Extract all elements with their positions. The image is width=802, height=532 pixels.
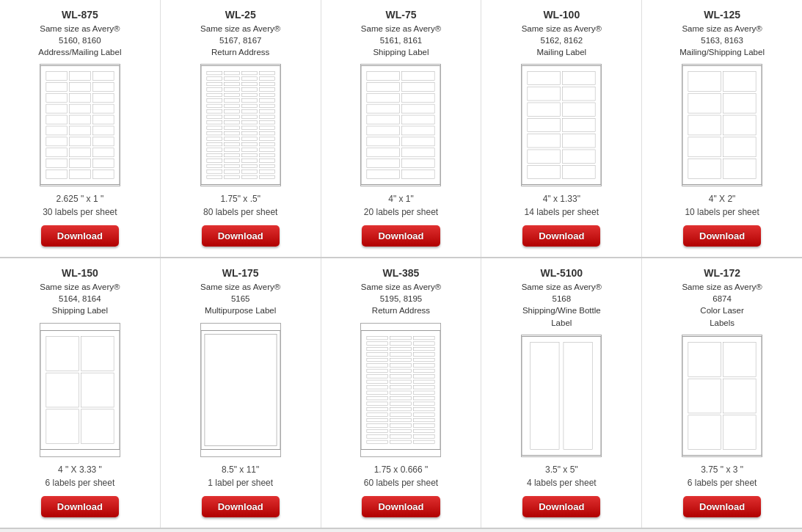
svg-rect-45 bbox=[224, 88, 239, 92]
label-grid: WL-875Same size as Avery®5160, 8160Addre… bbox=[0, 0, 802, 529]
card-title: WL-75 bbox=[385, 9, 416, 21]
svg-rect-201 bbox=[414, 391, 435, 395]
download-button-wl-875[interactable]: Download bbox=[41, 225, 119, 247]
svg-rect-85 bbox=[224, 143, 239, 147]
svg-rect-56 bbox=[207, 104, 222, 108]
label-row-1: WL-875Same size as Avery®5160, 8160Addre… bbox=[0, 0, 802, 258]
svg-rect-209 bbox=[390, 407, 412, 411]
svg-rect-235 bbox=[688, 379, 721, 413]
svg-rect-170 bbox=[390, 336, 412, 340]
svg-rect-211 bbox=[367, 412, 388, 416]
svg-rect-42 bbox=[241, 83, 257, 87]
label-preview bbox=[360, 64, 441, 186]
card-subtitle: Same size as Avery®5164, 8164Shipping La… bbox=[40, 281, 120, 316]
svg-rect-17 bbox=[69, 126, 90, 135]
svg-rect-50 bbox=[241, 93, 257, 97]
svg-rect-13 bbox=[46, 115, 68, 124]
download-button-wl-75[interactable]: Download bbox=[362, 225, 440, 247]
svg-rect-219 bbox=[414, 423, 435, 427]
svg-rect-71 bbox=[259, 121, 274, 125]
card-wl-100: WL-100Same size as Avery®5162, 8162Maili… bbox=[481, 0, 642, 257]
svg-rect-39 bbox=[259, 77, 274, 81]
svg-rect-203 bbox=[390, 396, 412, 400]
svg-rect-103 bbox=[259, 164, 274, 168]
svg-rect-44 bbox=[207, 88, 222, 92]
svg-rect-90 bbox=[241, 148, 257, 152]
svg-rect-111 bbox=[259, 175, 274, 179]
svg-rect-200 bbox=[390, 391, 412, 395]
label-preview bbox=[200, 323, 281, 457]
svg-rect-224 bbox=[390, 434, 412, 438]
svg-rect-198 bbox=[414, 385, 435, 389]
svg-rect-110 bbox=[241, 175, 257, 179]
label-preview bbox=[360, 323, 441, 457]
svg-rect-135 bbox=[563, 72, 596, 85]
svg-rect-230 bbox=[531, 342, 559, 449]
card-wl-385: WL-385Same size as Avery®5195, 8195Retur… bbox=[321, 258, 482, 527]
svg-rect-124 bbox=[402, 126, 435, 135]
svg-rect-5 bbox=[69, 83, 90, 92]
svg-rect-167 bbox=[205, 334, 277, 445]
svg-rect-165 bbox=[81, 409, 114, 443]
svg-rect-207 bbox=[414, 402, 435, 406]
download-button-wl-172[interactable]: Download bbox=[683, 496, 761, 517]
card-size: 4" X 2"10 labels per sheet bbox=[685, 192, 759, 219]
svg-rect-77 bbox=[224, 132, 239, 136]
label-preview bbox=[521, 335, 602, 457]
svg-rect-121 bbox=[367, 115, 400, 124]
download-button-wl-175[interactable]: Download bbox=[202, 496, 280, 517]
svg-rect-79 bbox=[259, 132, 274, 136]
svg-rect-107 bbox=[259, 170, 274, 174]
card-title: WL-875 bbox=[62, 9, 98, 21]
svg-rect-24 bbox=[92, 148, 114, 157]
svg-rect-83 bbox=[259, 137, 274, 141]
svg-rect-2 bbox=[69, 72, 90, 81]
svg-rect-164 bbox=[46, 409, 79, 443]
card-wl-172: WL-172Same size as Avery®6874Color Laser… bbox=[642, 258, 802, 527]
download-button-wl-25[interactable]: Download bbox=[202, 225, 280, 247]
svg-rect-28 bbox=[46, 170, 68, 179]
svg-rect-169 bbox=[367, 336, 388, 340]
svg-rect-49 bbox=[224, 93, 239, 97]
svg-rect-177 bbox=[414, 347, 435, 351]
svg-rect-118 bbox=[402, 93, 435, 102]
svg-rect-73 bbox=[224, 126, 239, 130]
download-button-wl-150[interactable]: Download bbox=[41, 496, 119, 517]
svg-rect-119 bbox=[367, 104, 400, 113]
svg-rect-58 bbox=[241, 104, 257, 108]
svg-rect-213 bbox=[414, 412, 435, 416]
download-button-wl-125[interactable]: Download bbox=[683, 225, 761, 247]
svg-rect-38 bbox=[241, 77, 257, 81]
svg-rect-173 bbox=[390, 341, 412, 345]
svg-rect-158 bbox=[723, 159, 757, 179]
svg-rect-70 bbox=[241, 121, 257, 125]
svg-rect-234 bbox=[723, 342, 757, 376]
svg-rect-174 bbox=[414, 341, 435, 345]
svg-rect-178 bbox=[367, 352, 388, 356]
svg-rect-66 bbox=[241, 115, 257, 119]
card-title: WL-172 bbox=[704, 267, 740, 279]
svg-rect-72 bbox=[207, 126, 222, 130]
svg-rect-134 bbox=[528, 72, 561, 85]
svg-rect-101 bbox=[224, 164, 239, 168]
svg-rect-75 bbox=[259, 126, 274, 130]
card-subtitle: Same size as Avery®6874Color LaserLabels bbox=[682, 281, 762, 328]
svg-rect-150 bbox=[723, 72, 757, 92]
card-size: 1.75 x 0.666 "60 labels per sheet bbox=[364, 463, 438, 489]
svg-rect-139 bbox=[563, 103, 596, 116]
download-button-wl-385[interactable]: Download bbox=[362, 496, 440, 517]
label-preview bbox=[40, 64, 120, 186]
svg-rect-136 bbox=[528, 87, 561, 101]
label-preview bbox=[682, 335, 762, 457]
svg-rect-180 bbox=[414, 352, 435, 356]
label-row-2: WL-150Same size as Avery®5164, 8164Shipp… bbox=[0, 258, 802, 528]
download-button-wl-5100[interactable]: Download bbox=[522, 496, 600, 517]
svg-rect-172 bbox=[367, 341, 388, 345]
svg-rect-214 bbox=[367, 418, 388, 422]
svg-rect-108 bbox=[207, 175, 222, 179]
download-button-wl-100[interactable]: Download bbox=[522, 225, 600, 247]
svg-rect-63 bbox=[259, 110, 274, 114]
svg-rect-238 bbox=[723, 415, 757, 449]
svg-rect-54 bbox=[241, 99, 257, 103]
svg-rect-171 bbox=[414, 336, 435, 340]
